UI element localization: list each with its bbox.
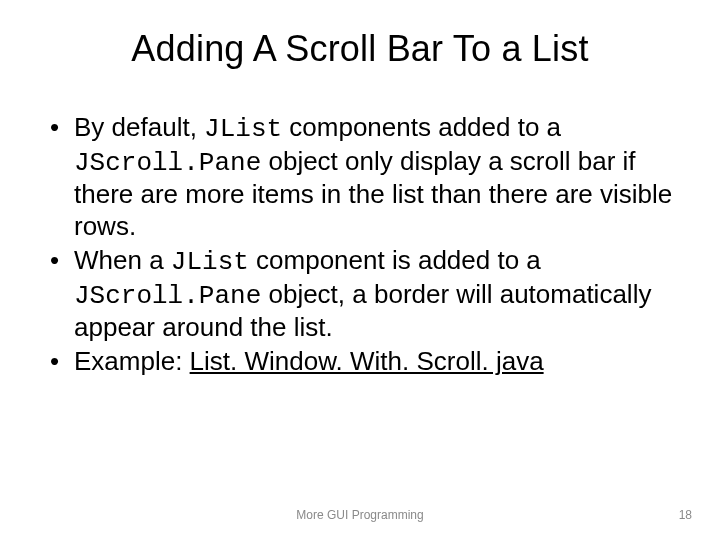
- slide: Adding A Scroll Bar To a List By default…: [0, 0, 720, 540]
- text-run: component is added to a: [249, 245, 541, 275]
- bullet-item: Example: List. Window. With. Scroll. jav…: [46, 346, 680, 378]
- example-link: List. Window. With. Scroll. java: [190, 346, 544, 376]
- text-run: components added to a: [282, 112, 561, 142]
- page-number: 18: [679, 508, 692, 522]
- code-run: JList: [171, 247, 249, 277]
- slide-title: Adding A Scroll Bar To a List: [40, 28, 680, 70]
- code-run: JList: [204, 114, 282, 144]
- slide-content: By default, JList components added to a …: [40, 112, 680, 378]
- bullet-item: When a JList component is added to a JSc…: [46, 245, 680, 344]
- text-run: By default,: [74, 112, 204, 142]
- footer-text: More GUI Programming: [0, 508, 720, 522]
- bullet-list: By default, JList components added to a …: [46, 112, 680, 378]
- code-run: JScroll.Pane: [74, 148, 261, 178]
- bullet-item: By default, JList components added to a …: [46, 112, 680, 243]
- text-run: When a: [74, 245, 171, 275]
- text-run: Example:: [74, 346, 190, 376]
- code-run: JScroll.Pane: [74, 281, 261, 311]
